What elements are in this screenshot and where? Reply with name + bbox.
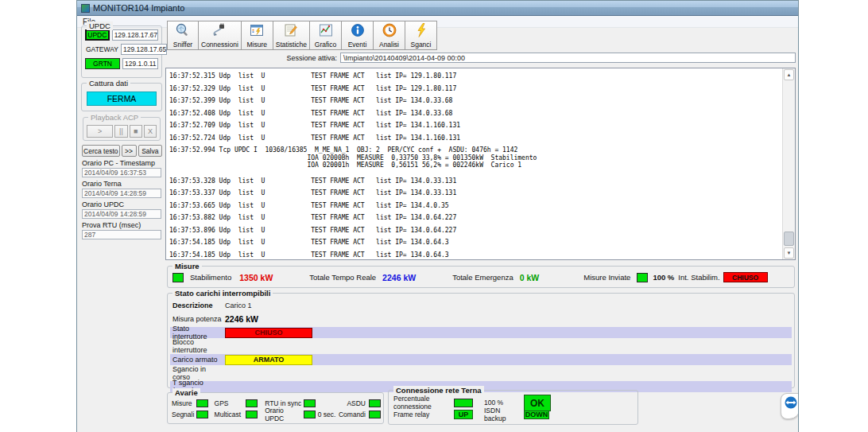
connessioni-button[interactable]: Connessioni <box>199 21 242 50</box>
stabilimento-label: Stabilimento <box>190 273 231 282</box>
percentuale-connessione-value: 100 % <box>484 399 503 407</box>
scroll-up-arrow[interactable]: ▲ <box>784 69 794 80</box>
scroll-down-arrow[interactable]: ▼ <box>784 247 794 259</box>
log-line: IOA 02000Bh MEASURE 0,33750 33,8% = 0013… <box>169 154 782 162</box>
grtn-row: GRTN 129.1.0.11 <box>85 57 158 69</box>
misura-potenza-value: 2246 kW <box>225 314 258 324</box>
teamviewer-tab[interactable] <box>781 393 799 419</box>
updc-group-title: UPDC <box>87 21 113 30</box>
misure-inviate-led <box>637 273 648 282</box>
table-row: Descrizione Carico 1 <box>170 300 792 311</box>
misure-button[interactable]: Misure <box>242 21 273 50</box>
percentuale-connessione-led <box>454 399 473 407</box>
statistiche-button[interactable]: Statistiche <box>273 21 310 50</box>
salva-button[interactable]: Salva <box>138 145 162 157</box>
next-button[interactable]: >> <box>122 145 137 157</box>
updc-group: UPDC UPDC 129.128.17.67 GATEWAY 129.128.… <box>81 25 162 78</box>
play-button[interactable]: > <box>87 125 113 138</box>
analisi-button[interactable]: Analisi <box>374 21 405 50</box>
gps-led <box>246 399 258 407</box>
connection-ok-indicator: OK <box>524 395 551 411</box>
isdn-backup-label: ISDN backup <box>484 407 524 422</box>
orario-pc-label: Orario PC - Timestamp <box>82 159 161 167</box>
session-path-field[interactable]: \Impianto\20140409\2014-04-09 00:00 <box>340 53 796 63</box>
sidebar-actions: Cerca testo >> Salva <box>82 145 162 157</box>
log-line: 16:37:53.882 Udp list U TEST FRAME ACT l… <box>169 214 782 222</box>
cerca-testo-button[interactable]: Cerca testo <box>82 145 120 157</box>
comandi-led <box>369 411 381 418</box>
prova-rtu-value[interactable]: 287 <box>82 230 161 239</box>
avarie-grid: Misure GPS RTU in sync ASDU Segnali Mult… <box>172 399 381 421</box>
misure-label: Misure <box>247 41 268 49</box>
prova-rtu-label: Prova RTU (msec) <box>82 221 161 229</box>
descrizione-label: Descrizione <box>172 302 225 309</box>
stop-button[interactable]: ■ <box>130 125 142 138</box>
sganci-label: Sganci <box>411 41 432 49</box>
descrizione-value: Carico 1 <box>225 302 252 309</box>
stato-interruttore-badge: CHIUSO <box>225 328 312 338</box>
orario-terna-label: Orario Terna <box>82 180 161 188</box>
log-line: 16:37:54.185 Udp list U TEST FRAME ACT l… <box>169 239 782 247</box>
orario-updc-offset: 0 sec. <box>316 411 339 418</box>
totale-tempo-reale-value: 2246 kW <box>382 273 416 282</box>
scroll-thumb[interactable] <box>784 232 794 246</box>
sniffer-button[interactable]: Sniffer <box>167 21 199 50</box>
asdu-label: ASDU <box>339 399 369 407</box>
misure-inviate-label: Misure Inviate <box>583 273 630 282</box>
ferma-button[interactable]: FERMA <box>87 91 157 106</box>
session-label: Sessione attiva: <box>165 54 340 62</box>
log-line: 16:37:53.337 Udp list U TEST FRAME ACT l… <box>169 189 782 197</box>
orario-pc-value[interactable]: 2014/04/09 16:37:53 <box>82 168 161 177</box>
log-line: 16:37:53.665 Udp list U TEST FRAME ACT l… <box>169 202 782 210</box>
eventi-button[interactable]: Eventi <box>342 21 374 50</box>
log-scrollbar[interactable]: ▲ ▼ <box>782 68 795 259</box>
prova-rtu-block: Prova RTU (msec) 287 <box>82 221 161 239</box>
cattura-dati-title: Cattura dati <box>87 79 130 88</box>
close-playback-button[interactable]: X <box>144 125 157 138</box>
segnali-led <box>196 411 208 418</box>
updc-button[interactable]: UPDC <box>85 29 110 41</box>
title-bar[interactable]: MONITOR104 Impianto <box>77 1 798 16</box>
cattura-dati-group: Cattura dati FERMA <box>81 83 162 111</box>
rtu-in-sync-led <box>304 399 316 407</box>
pause-button[interactable]: || <box>114 125 127 138</box>
table-row: Misura potenza 2246 kW <box>170 313 792 325</box>
statistiche-icon <box>283 22 299 38</box>
carico-armato-badge: ARMATO <box>225 355 312 365</box>
misure-inviate-pct: 100 % <box>653 273 674 282</box>
orario-updc-avaria-label: Orario UPDC <box>265 407 304 422</box>
grafico-button[interactable]: Grafico <box>310 21 342 50</box>
int-stabilim-state-badge: CHIUSO <box>723 272 768 282</box>
segnali-label: Segnali <box>172 411 196 418</box>
multicast-label: Multicast <box>215 411 246 418</box>
gateway-label: GATEWAY <box>85 45 118 53</box>
totale-emergenza-label: Totale Emergenza <box>452 273 513 282</box>
gateway-ip-field[interactable]: 129.128.17.65 <box>121 44 167 55</box>
asdu-led <box>369 399 381 407</box>
table-row: Sgancio in corso <box>170 368 792 379</box>
grtn-ip-field[interactable]: 129.1.0.11 <box>122 58 158 69</box>
sniffer-icon <box>175 22 191 38</box>
table-row: Stato interruttore CHIUSO <box>170 327 792 338</box>
sganci-button[interactable]: Sganci <box>405 21 437 50</box>
gateway-row: GATEWAY 129.128.17.65 <box>85 43 158 55</box>
gps-label: GPS <box>215 399 246 407</box>
int-stabilim-label: Int. Stabilim. <box>678 273 719 282</box>
comandi-label: Comandi <box>339 411 369 418</box>
sniffer-label: Sniffer <box>173 41 192 49</box>
frame-relay-state: UP <box>454 410 473 419</box>
log-line: 16:37:52.724 Udp list U TEST FRAME ACT l… <box>169 134 782 142</box>
grtn-button[interactable]: GRTN <box>85 58 120 69</box>
packet-log[interactable]: 16:37:52.315 Udp list U TEST FRAME ACT l… <box>166 68 782 259</box>
avarie-row-2: Segnali Multicast Orario UPDC 0 sec. Com… <box>172 410 381 419</box>
table-row: Carico armato ARMATO <box>170 354 792 365</box>
updc-ip-field[interactable]: 129.128.17.67 <box>112 29 158 41</box>
grafico-icon <box>318 22 334 38</box>
window-title: MONITOR104 Impianto <box>93 3 184 13</box>
totale-emergenza-value: 0 kW <box>520 273 540 282</box>
carico-armato-label: Carico armato <box>172 356 225 364</box>
orario-terna-value[interactable]: 2014/04/09 14:28:59 <box>82 189 161 198</box>
orario-updc-value[interactable]: 2014/04/09 14:28:59 <box>82 209 161 219</box>
session-bar: Sessione attiva: \Impianto\20140409\2014… <box>165 52 796 64</box>
misure-group: Misure Stabilimento 1350 kW Totale Tempo… <box>167 266 795 288</box>
